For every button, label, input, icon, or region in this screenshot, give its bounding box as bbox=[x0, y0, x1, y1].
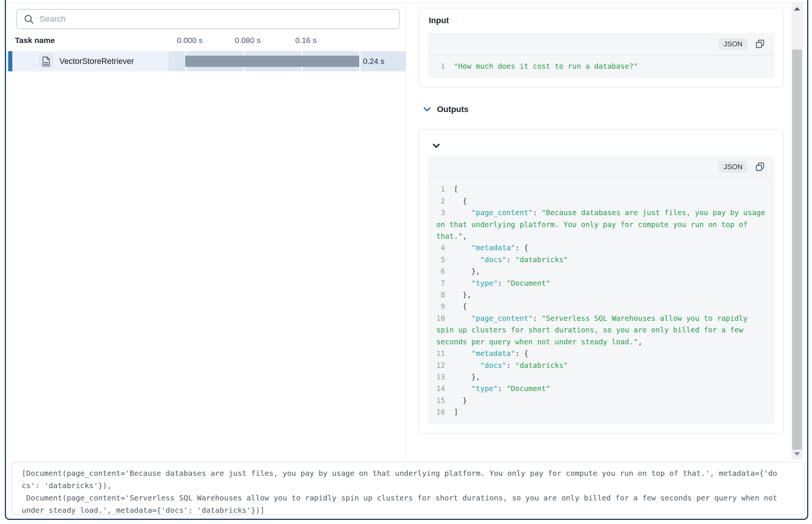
input-section-title: Input bbox=[429, 16, 774, 25]
gantt-gridline bbox=[359, 51, 360, 71]
duration-label: 0.24 s bbox=[363, 57, 384, 66]
input-code-lines: 1 "How much does it cost to run a databa… bbox=[428, 55, 774, 78]
task-row-vectorstoreretriever[interactable]: VectorStoreRetriever 0.24 s bbox=[6, 51, 406, 71]
outputs-section-title: Outputs bbox=[437, 105, 468, 114]
outputs-section-card: JSON 1 [ 2 { 3 "page_content": "Because … bbox=[419, 129, 784, 433]
code-line: 9 { bbox=[436, 301, 766, 312]
vertical-scrollbar[interactable] bbox=[791, 3, 803, 459]
task-name-label: VectorStoreRetriever bbox=[59, 57, 134, 66]
copy-icon bbox=[755, 39, 765, 49]
raw-output-panel: [Document(page_content='Because database… bbox=[12, 462, 805, 515]
input-code-block: JSON 1 "How much does it cost to run a d… bbox=[428, 33, 774, 78]
task-name-column-header: Task name bbox=[6, 36, 55, 45]
selected-row-accent bbox=[8, 51, 12, 71]
document-icon bbox=[38, 54, 53, 69]
code-line: 2 { bbox=[436, 195, 766, 207]
main-area: Task name 0.000 s 0.080 s 0.16 s VectorS… bbox=[6, 3, 807, 459]
trace-viewer-frame: Task name 0.000 s 0.080 s 0.16 s VectorS… bbox=[5, 0, 808, 520]
code-line: 16 ] bbox=[436, 406, 766, 418]
code-line: 14 "type": "Document" bbox=[436, 383, 766, 394]
input-section-card: Input JSON 1 "How bbox=[419, 8, 784, 87]
scroll-up-button[interactable] bbox=[791, 4, 803, 13]
code-line: 5 "docs": "databricks" bbox=[436, 254, 766, 266]
code-line: 7 "type": "Document" bbox=[436, 277, 766, 289]
outputs-section-header: Outputs bbox=[423, 104, 784, 115]
code-line: 4 "metadata": { bbox=[436, 242, 766, 254]
code-line: 1 "How much does it cost to run a databa… bbox=[436, 61, 766, 72]
code-line: 6 }, bbox=[436, 266, 766, 277]
outputs-collapse-button[interactable] bbox=[423, 107, 431, 112]
code-line: 1 [ bbox=[436, 183, 766, 195]
outputs-code-block: JSON 1 [ 2 { 3 "page_content": "Because … bbox=[428, 156, 774, 424]
duration-bar bbox=[185, 56, 359, 67]
code-line: 3 "page_content": "Because databases are… bbox=[436, 207, 766, 242]
outputs-code-toolbar: JSON bbox=[428, 156, 774, 178]
timeline-tick-label: 0.16 s bbox=[295, 36, 316, 45]
code-line: 11 "metadata": { bbox=[436, 348, 766, 359]
outputs-item-collapse-button[interactable] bbox=[433, 143, 440, 148]
input-code-toolbar: JSON bbox=[428, 33, 774, 55]
gantt-area: 0.24 s bbox=[168, 51, 406, 71]
raw-output-text: [Document(page_content='Because database… bbox=[22, 467, 779, 517]
code-line: 8 }, bbox=[436, 289, 766, 301]
json-format-badge[interactable]: JSON bbox=[719, 38, 747, 50]
copy-button[interactable] bbox=[755, 162, 765, 172]
span-tree-panel: Task name 0.000 s 0.080 s 0.16 s VectorS… bbox=[6, 3, 406, 459]
outputs-code-lines: 1 [ 2 { 3 "page_content": "Because datab… bbox=[428, 178, 774, 424]
code-line: 12 "docs": "databricks" bbox=[436, 360, 766, 371]
search-input[interactable] bbox=[40, 14, 392, 24]
search-icon bbox=[24, 14, 34, 24]
json-format-badge[interactable]: JSON bbox=[719, 161, 747, 173]
span-details-panel: Input JSON 1 "How bbox=[406, 3, 791, 459]
scrollbar-thumb[interactable] bbox=[792, 50, 802, 450]
code-line: 13 }, bbox=[436, 371, 766, 383]
code-line: 15 } bbox=[436, 395, 766, 406]
arrow-up-icon bbox=[794, 7, 800, 10]
copy-icon bbox=[755, 162, 765, 172]
tree-header: Task name 0.000 s 0.080 s 0.16 s bbox=[6, 29, 406, 51]
timeline-tick-label: 0.080 s bbox=[235, 36, 261, 45]
search-box bbox=[16, 9, 400, 29]
chevron-down-icon bbox=[433, 143, 440, 148]
timeline-tick-label: 0.000 s bbox=[177, 36, 203, 45]
arrow-down-icon bbox=[794, 452, 800, 456]
code-line: 10 "page_content": "Serverless SQL Wareh… bbox=[436, 313, 766, 348]
scroll-down-button[interactable] bbox=[791, 449, 803, 459]
copy-button[interactable] bbox=[755, 39, 765, 49]
chevron-down-icon bbox=[423, 107, 431, 112]
